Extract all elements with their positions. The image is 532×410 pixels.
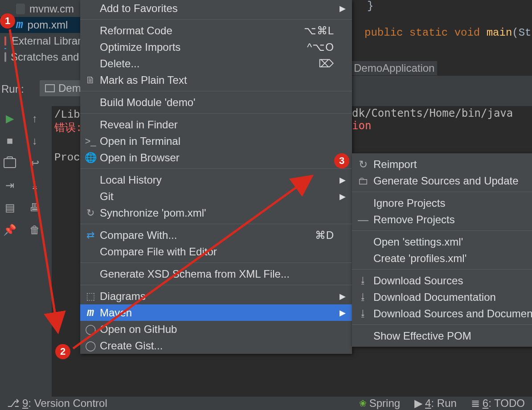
rerun-button[interactable]: ▶ [3,111,17,126]
tree-label: pom.xml [28,19,68,31]
text-icon: 🗎 [85,74,96,86]
download-icon: ⭳ [357,275,369,286]
github-icon: ◯ [85,340,96,352]
submenu-download-both[interactable]: ⭳ Download Sources and Documentation [352,305,532,322]
tree-label: External Libraries [12,35,80,47]
up-button[interactable]: ↑ [28,111,42,126]
menu-separator [352,192,532,192]
menu-compare-editor[interactable]: Compare File with Editor [80,243,352,260]
submenu-download-sources[interactable]: ⭳ Download Sources [352,272,532,289]
soft-wrap-button[interactable]: ↩ [28,156,42,170]
console-error-suffix: ion [352,119,371,132]
menu-create-gist[interactable]: ◯ Create Gist... [80,337,352,354]
run-toolbar-left: ▶ ■ ⇥ ▤ 📌 [0,107,20,245]
editor-breadcrumb[interactable]: DemoApplication [351,61,437,75]
brace: } [367,0,373,12]
submenu-download-docs[interactable]: ⭳ Download Documentation [352,289,532,305]
diff-icon: ⇄ [85,230,96,241]
submenu-create-profiles[interactable]: Create 'profiles.xml' [352,250,532,266]
menu-separator [80,168,352,169]
menu-separator [80,91,352,91]
maven-file-icon: m [16,18,23,32]
submenu-generate-sources[interactable]: 🗀 Generate Sources and Update [352,172,532,189]
shortcut: ⌦ [319,57,334,70]
console-java-path: dk/Contents/Home/bin/java ... [352,107,532,132]
context-menu: Add to Favorites ▶ Reformat Code ⌥⌘L Opt… [80,0,352,354]
refresh-icon: ↻ [357,158,369,171]
statusbar-run[interactable]: ▶ 4: Run [407,397,464,410]
clear-button[interactable]: 🗑 [28,223,42,237]
menu-open-github[interactable]: ◯ Open on GitHub [80,321,352,337]
submenu-arrow-icon: ▶ [340,291,346,301]
minus-icon: — [357,213,369,226]
run-panel-label: Run: [1,83,24,95]
shortcut: ⌥⌘L [304,25,334,37]
menu-local-history[interactable]: Local History ▶ [80,172,352,188]
github-icon: ◯ [85,324,96,335]
submenu-remove-projects[interactable]: — Remove Projects [352,211,532,228]
submenu-show-pom[interactable]: Show Effective POM [352,328,532,344]
shortcut: ⌘D [315,229,334,242]
menu-separator [80,113,352,114]
spring-icon: ❀ [359,398,367,409]
tree-label: mvnw.cm [29,3,74,15]
menu-diagrams[interactable]: ⬚ Diagrams ▶ [80,288,352,304]
exit-button[interactable]: ⇥ [3,178,17,193]
libraries-icon [4,37,7,45]
statusbar-version-control[interactable]: ⎇ 9: Version Control [0,397,115,410]
menu-open-terminal[interactable]: >_ Open in Terminal [80,133,352,149]
menu-separator [80,262,352,263]
submenu-arrow-icon: ▶ [340,308,346,318]
submenu-open-settings[interactable]: Open 'settings.xml' [352,234,532,250]
menu-mark-plain-text[interactable]: 🗎 Mark as Plain Text [80,72,352,88]
download-icon: ⭳ [357,292,369,302]
menu-add-favorites[interactable]: Add to Favorites ▶ [80,0,352,16]
submenu-ignore-projects[interactable]: Ignore Projects [352,195,532,211]
menu-separator [352,230,532,231]
menu-maven[interactable]: m Maven ▶ [80,304,352,321]
pin-button[interactable]: 📌 [3,223,17,237]
menu-separator [80,285,352,285]
maven-submenu: ↻ Reimport 🗀 Generate Sources and Update… [352,153,532,347]
menu-reveal-finder[interactable]: Reveal in Finder [80,116,352,133]
submenu-arrow-icon: ▶ [340,175,346,185]
submenu-reimport[interactable]: ↻ Reimport [352,156,532,172]
menu-separator [352,324,532,325]
tree-label: Scratches and Consoles [11,51,80,63]
tree-item-scratches[interactable]: Scratches and Consoles [0,49,80,65]
branch-icon: ⎇ [7,397,20,410]
menu-build-module[interactable]: Build Module 'demo' [80,94,352,111]
run-toolbar-right: ↑ ↓ ↩ ⤓ 🖶 🗑 [25,107,45,245]
menu-open-browser[interactable]: 🌐 Open in Browser ▶ [80,149,352,166]
menu-compare-with[interactable]: ⇄ Compare With... ⌘D [80,227,352,243]
tree-item-external-libraries[interactable]: External Libraries [0,33,80,49]
menu-separator [80,224,352,224]
layout-button[interactable]: ▤ [3,201,17,215]
console-error: 错误: [54,122,82,134]
menu-delete[interactable]: Delete... ⌦ [80,55,352,72]
down-button[interactable]: ↓ [28,134,42,148]
scroll-end-button[interactable]: ⤓ [28,178,42,193]
annotation-3: 3 [334,153,349,168]
menu-git[interactable]: Git ▶ [80,188,352,205]
screenshot-button[interactable] [3,156,17,170]
shortcut: ^⌥O [307,41,334,53]
menu-optimize-imports[interactable]: Optimize Imports ^⌥O [80,39,352,55]
annotation-1: 1 [0,13,15,29]
print-button[interactable]: 🖶 [28,201,42,215]
play-icon: ▶ [414,397,422,410]
folder-refresh-icon: 🗀 [357,175,369,187]
statusbar-spring[interactable]: ❀ Spring [352,397,407,410]
scratches-icon [4,52,6,62]
annotation-2: 2 [55,344,70,359]
menu-reformat[interactable]: Reformat Code ⌥⌘L [80,22,352,39]
menu-separator [352,269,532,270]
menu-synchronize[interactable]: ↻ Synchronize 'pom.xml' [80,205,352,221]
statusbar-todo[interactable]: ≣ 6: TODO [464,397,532,410]
stop-button[interactable]: ■ [3,134,17,148]
status-bar: ⎇ 9: Version Control ❀ Spring ▶ 4: Run ≣… [0,397,532,410]
list-icon: ≣ [471,397,480,410]
download-icon: ⭳ [357,308,369,319]
menu-separator [80,19,352,20]
menu-generate-xsd[interactable]: Generate XSD Schema from XML File... [80,266,352,282]
